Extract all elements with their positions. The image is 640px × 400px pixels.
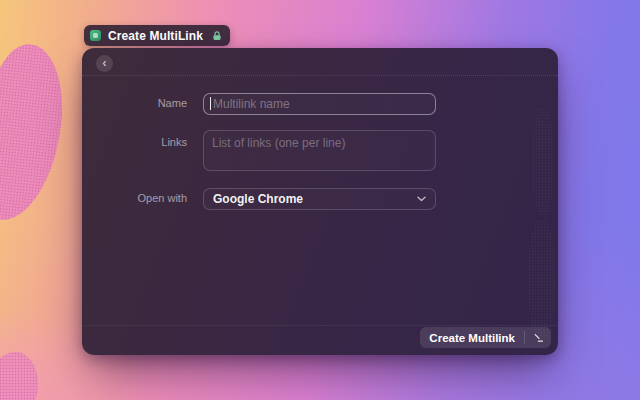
window-texture: [532, 108, 554, 216]
open-with-select[interactable]: Google Chrome: [203, 188, 436, 210]
create-multilink-toast: Create MultiLink: [84, 25, 230, 46]
toast-label: Create MultiLink: [108, 29, 203, 43]
links-label: Links: [82, 136, 187, 148]
multilink-app-icon: [90, 30, 101, 41]
create-button-label: Create Multilink: [420, 332, 524, 344]
desktop-background: Create MultiLink ‹ Name Links Open with …: [0, 0, 640, 400]
lock-icon: [211, 30, 223, 42]
chevron-down-icon: [417, 196, 426, 202]
window-texture: [528, 220, 556, 342]
raycast-window: ‹ Name Links Open with Google Chrome Cre…: [82, 48, 558, 355]
action-bar: Create Multilink: [82, 325, 558, 355]
name-label: Name: [82, 97, 187, 109]
header-divider: [82, 75, 558, 76]
name-input[interactable]: [203, 93, 436, 115]
links-textarea[interactable]: [203, 130, 436, 171]
background-blob: [0, 352, 38, 400]
back-button[interactable]: ‹: [96, 55, 113, 72]
open-with-value: Google Chrome: [213, 192, 303, 206]
background-blob: [0, 41, 69, 226]
name-field-wrapper: [203, 93, 436, 115]
create-multilink-button[interactable]: Create Multilink: [420, 327, 551, 348]
enter-key-icon: [525, 333, 551, 343]
chevron-left-icon: ‹: [103, 57, 107, 69]
open-with-label: Open with: [82, 192, 187, 204]
text-caret: [210, 97, 211, 110]
